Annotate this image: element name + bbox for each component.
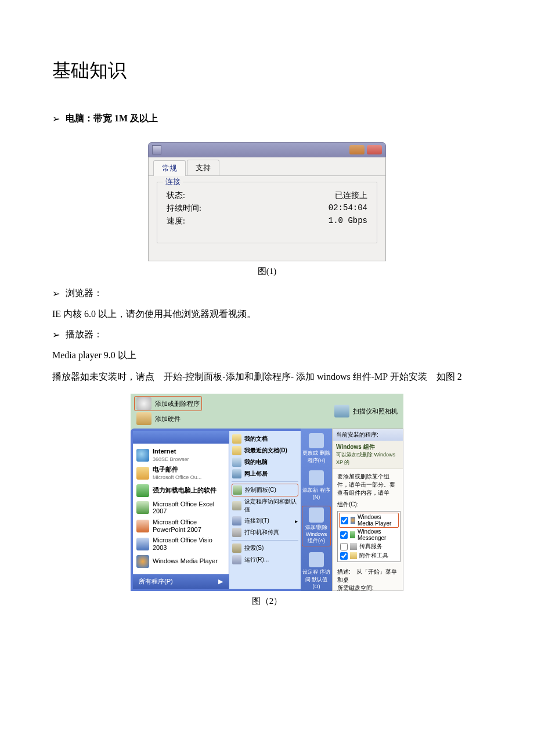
folder-icon	[232, 434, 241, 444]
chevron-right-icon: ➢	[52, 113, 60, 124]
side-program-access[interactable]: 设定程 序访问 默认值(O)	[302, 552, 331, 589]
item-network[interactable]: 网上邻居	[232, 468, 298, 480]
side-change-remove-label: 更改或 删除 程序(H)	[302, 449, 331, 465]
side-add-windows-components[interactable]: 添加/删除 Windows 组件(A)	[302, 506, 331, 546]
player-install-instructions: 播放器如未安装时，请点 开始-控制面板-添加和删除程序- 添加 windows …	[52, 368, 482, 386]
speed-label: 速度:	[167, 216, 185, 226]
bullet-player-text: 播放器：	[66, 329, 103, 341]
side-add-new[interactable]: 添加新 程序(N)	[302, 470, 331, 500]
item-my-computer[interactable]: 我的电脑	[232, 456, 298, 468]
browser-requirement: IE 内核 6.0 以上，请勿使用其他浏览器观看视频。	[52, 305, 482, 323]
item-search[interactable]: 搜索(S)	[232, 542, 298, 554]
cp-scanners-cameras[interactable]: 扫描仪和照相机	[332, 396, 400, 426]
cp-add-remove-programs[interactable]: 添加或删除程序	[134, 396, 202, 411]
chevron-right-icon: ➢	[52, 329, 60, 340]
fig1-titlebar	[148, 142, 386, 157]
defaults-label: 设定程序访问和默认值	[244, 498, 298, 514]
tab-general[interactable]: 常规	[153, 160, 186, 176]
run-label: 运行(R)...	[244, 556, 269, 564]
wmp-label: Windows Media Player	[153, 557, 218, 565]
fax-icon	[350, 543, 357, 550]
tab-support[interactable]: 支持	[187, 160, 219, 175]
triangle-right-icon: ▶	[218, 578, 223, 585]
cp-add-hardware[interactable]: 添加硬件	[134, 411, 202, 426]
internet-sub: 360SE Browser	[153, 456, 189, 462]
excel-label: Microsoft Office Excel 2007	[153, 501, 225, 515]
change-remove-icon	[309, 433, 324, 448]
item-recent-docs[interactable]: 我最近的文档(D)	[232, 445, 298, 456]
recent-label: 我最近的文档(D)	[244, 447, 287, 455]
connect-label: 连接到(T)	[244, 517, 269, 525]
components-label: 组件(C):	[337, 501, 400, 509]
visio-label: Microsoft Office Visio 2003	[153, 537, 225, 551]
close-button[interactable]	[367, 145, 382, 154]
status-label: 状态:	[167, 190, 185, 201]
item-connect-to[interactable]: 连接到(T)▸	[232, 515, 298, 527]
mail-icon	[136, 467, 149, 480]
comp-msgr-label: Windows Messenger	[358, 528, 398, 541]
search-icon	[232, 543, 241, 553]
start-item-internet[interactable]: Internet360SE Browser	[135, 446, 226, 464]
windows-components-wizard: 当前安装的程序: Windows 组件 可以添加或删除 Windows XP 的…	[332, 429, 403, 591]
item-printers[interactable]: 打印机和传真	[232, 527, 298, 538]
wmp-icon	[136, 555, 149, 568]
fig1-tabs: 常规 支持	[149, 157, 385, 176]
disk-needed-label: 所需磁盘空间:	[337, 584, 374, 591]
speed-value: 1.0 Gbps	[329, 216, 367, 226]
start-item-excel[interactable]: Microsoft Office Excel 2007	[135, 499, 226, 517]
bullet-browser-text: 浏览器：	[66, 287, 103, 300]
comp-fax[interactable]: 传真服务	[339, 542, 399, 551]
add-remove-sidebar: 更改或 删除 程序(H) 添加新 程序(N) 添加/删除 Windows 组件(…	[301, 429, 332, 591]
printers-label: 打印机和传真	[244, 528, 279, 537]
comp-messenger[interactable]: Windows Messenger	[339, 528, 399, 542]
uninstall-title: 强力卸载电脑上的软件	[153, 487, 217, 494]
cp-scanner-label: 扫描仪和照相机	[353, 407, 398, 416]
item-run[interactable]: 运行(R)...	[232, 554, 298, 566]
start-item-email[interactable]: 电子邮件Microsoft Office Ou...	[135, 464, 226, 482]
item-control-panel[interactable]: 控制面板(C)	[232, 484, 298, 496]
item-my-documents[interactable]: 我的文档	[232, 433, 298, 445]
start-item-uninstall[interactable]: 强力卸载电脑上的软件	[135, 483, 226, 499]
mail-title: 电子邮件	[153, 466, 201, 473]
help-button[interactable]	[349, 145, 365, 154]
mypc-label: 我的电脑	[244, 458, 268, 466]
search-label: 搜索(S)	[244, 544, 264, 552]
chevron-right-icon: ➢	[52, 288, 60, 299]
wmp-checkbox[interactable]	[341, 517, 348, 524]
duration-label: 持续时间:	[167, 203, 201, 214]
wizard-subtitle: 可以添加或删除 Windows XP 的	[336, 452, 395, 465]
mail-sub: Microsoft Office Ou...	[153, 474, 201, 480]
fax-checkbox[interactable]	[340, 543, 348, 550]
powerpoint-icon	[136, 520, 149, 532]
internet-title: Internet	[153, 448, 189, 455]
network-icon	[152, 145, 161, 154]
comp-wmp[interactable]: Windows Media Player	[339, 513, 399, 528]
accessories-checkbox[interactable]	[340, 552, 348, 560]
item-program-defaults[interactable]: 设定程序访问和默认值	[232, 496, 298, 515]
start-item-ppt[interactable]: Microsoft Office PowerPoint 2007	[135, 517, 226, 535]
printer-icon	[232, 528, 241, 537]
excel-icon	[136, 501, 149, 514]
ie-icon	[136, 449, 149, 462]
wizard-instructions: 要添加或删除某个组件，请单击一部分。要查看组件内容，请单	[337, 473, 400, 497]
status-value: 已连接上	[335, 190, 367, 201]
installed-programs-header: 当前安装的程序:	[333, 429, 403, 441]
connection-icon	[232, 516, 241, 525]
side-change-remove[interactable]: 更改或 删除 程序(H)	[302, 433, 331, 465]
page-title: 基础知识	[52, 58, 482, 84]
start-all-programs[interactable]: 所有程序(P) ▶	[133, 574, 229, 589]
side-access-label: 设定程 序访问 默认值(O)	[302, 568, 331, 589]
uninstall-icon	[136, 484, 149, 497]
duration-value: 02:54:04	[329, 203, 367, 214]
start-item-wmp[interactable]: Windows Media Player	[135, 553, 226, 570]
comp-accessories[interactable]: 附件和工具	[339, 551, 399, 560]
fig1-group-label: 连接	[163, 177, 183, 187]
side-add-win-label: 添加/删除 Windows 组件(A)	[304, 524, 329, 545]
visio-icon	[136, 538, 149, 550]
messenger-checkbox[interactable]	[340, 531, 348, 539]
bullet-pc: ➢ 电脑：带宽 1M 及以上	[52, 113, 482, 125]
player-requirement: Media player 9.0 以上	[52, 347, 482, 364]
figure-2-caption: 图（2）	[52, 596, 482, 607]
start-item-visio[interactable]: Microsoft Office Visio 2003	[135, 535, 226, 553]
comp-wmp-label: Windows Media Player	[358, 514, 397, 527]
